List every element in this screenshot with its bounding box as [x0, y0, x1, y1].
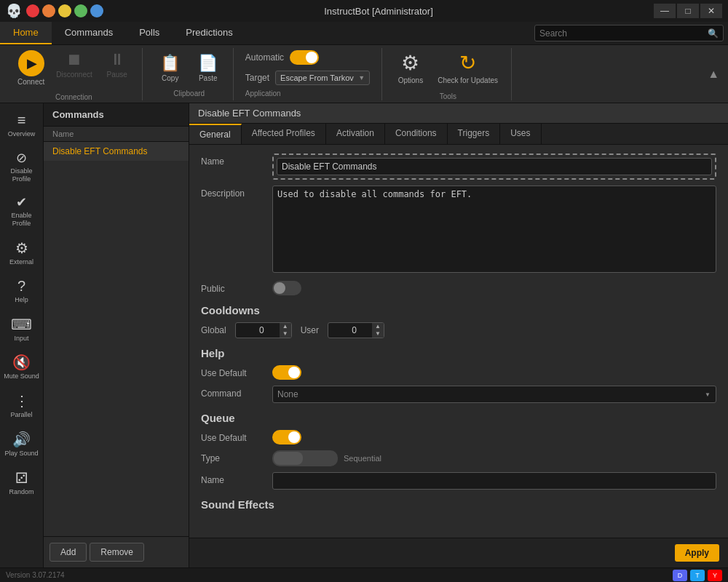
- minimize-button[interactable]: —: [654, 4, 676, 18]
- queue-name-label: Name: [201, 472, 266, 485]
- check-updates-button[interactable]: ↻ Check for Updates: [432, 48, 504, 88]
- copy-button[interactable]: 📋 Copy: [153, 51, 188, 85]
- connection-section-label: Connection: [55, 93, 92, 101]
- description-field[interactable]: Used to disable all commands for EFT.: [272, 186, 716, 273]
- user-spin-up[interactable]: ▲: [372, 323, 384, 330]
- toolbar-collapse-button[interactable]: ▲: [705, 65, 722, 84]
- sidebar-item-mute-sound[interactable]: 🔇 Mute Sound: [0, 348, 43, 386]
- tab-triggers[interactable]: Triggers: [448, 124, 501, 144]
- target-dropdown[interactable]: Escape From Tarkov ▼: [275, 71, 370, 85]
- menu-tab-commands[interactable]: Commands: [52, 22, 126, 44]
- global-spin-up[interactable]: ▲: [280, 323, 291, 330]
- clipboard-section-label: Clipboard: [173, 89, 205, 97]
- sidebar-item-enable-profile[interactable]: ✔ Enable Profile: [0, 188, 43, 234]
- automatic-toggle[interactable]: [290, 50, 319, 65]
- queue-type-control: Sequential: [272, 450, 381, 466]
- gear-icon: ⚙: [401, 51, 419, 75]
- add-button[interactable]: Add: [50, 543, 87, 562]
- tab-conditions[interactable]: Conditions: [385, 124, 448, 144]
- command-label: Command: [201, 386, 266, 399]
- apply-button[interactable]: Apply: [675, 544, 719, 562]
- maximize-button[interactable]: □: [677, 4, 699, 18]
- enable-profile-icon: ✔: [16, 194, 27, 210]
- twitter-icon[interactable]: T: [690, 570, 705, 581]
- queue-type-value: Sequential: [344, 454, 381, 463]
- discord-icon[interactable]: D: [673, 570, 687, 581]
- connect-button[interactable]: ▶ Connect: [13, 47, 49, 89]
- sidebar-item-input[interactable]: ⌨ Input: [0, 310, 43, 348]
- toolbar-application-group: Automatic Target Escape From Tarkov ▼ Ap…: [237, 48, 382, 100]
- sidebar-item-external[interactable]: ⚙ External: [0, 234, 43, 272]
- user-cooldown-input[interactable]: [328, 323, 372, 338]
- user-label: User: [301, 325, 319, 335]
- paste-button[interactable]: 📄 Paste: [191, 51, 226, 85]
- use-default-toggle[interactable]: [272, 365, 301, 380]
- sidebar-item-disable-profile[interactable]: ⊘ Disable Profile: [0, 144, 43, 189]
- queue-use-default-toggle[interactable]: [272, 430, 301, 445]
- close-button[interactable]: ✕: [700, 4, 722, 18]
- queue-name-row: Name: [201, 472, 716, 490]
- queue-header: Queue: [201, 412, 716, 424]
- dropdown-arrow-icon: ▼: [358, 74, 365, 81]
- user-spin-down[interactable]: ▼: [372, 330, 384, 338]
- global-spin-down[interactable]: ▼: [280, 330, 291, 338]
- play-sound-icon: 🔊: [12, 431, 31, 448]
- app-icon-blue: [90, 4, 103, 17]
- clipboard-buttons: 📋 Copy 📄 Paste: [153, 51, 226, 85]
- title-bar-left: 💀: [6, 3, 103, 19]
- name-field[interactable]: [277, 158, 712, 175]
- search-box: 🔍: [534, 25, 724, 41]
- parallel-icon: ⋮: [15, 392, 29, 410]
- queue-name-value: [272, 472, 716, 490]
- youtube-icon[interactable]: Y: [708, 570, 722, 581]
- search-input[interactable]: [539, 28, 708, 39]
- sidebar-item-random[interactable]: ⚂ Random: [0, 463, 43, 502]
- disconnect-button[interactable]: ⏹ Disconnect: [52, 47, 96, 89]
- sidebar-item-help[interactable]: ? Help: [0, 272, 43, 310]
- content-tabs: General Affected Profiles Activation Con…: [189, 124, 728, 145]
- menu-spacer: [246, 22, 530, 44]
- app-icon-orange: [42, 4, 55, 17]
- command-item-disable-eft[interactable]: Disable EFT Commands: [44, 142, 189, 161]
- pause-button[interactable]: ⏸ Pause: [100, 47, 135, 89]
- overview-icon: ≡: [17, 112, 26, 129]
- automatic-row: Automatic: [245, 50, 319, 65]
- options-button[interactable]: ⚙ Options: [392, 48, 429, 88]
- tab-affected-profiles[interactable]: Affected Profiles: [242, 124, 326, 144]
- toolbar-clipboard-group: 📋 Copy 📄 Paste Clipboard: [146, 48, 234, 100]
- name-field-dashed-border: [272, 154, 716, 180]
- help-icon: ?: [17, 278, 25, 295]
- sidebar-item-parallel[interactable]: ⋮ Parallel: [0, 386, 43, 425]
- check-updates-label: Check for Updates: [438, 76, 498, 85]
- app-icons: [26, 4, 103, 17]
- global-label: Global: [201, 325, 226, 335]
- paste-icon: 📄: [198, 54, 218, 73]
- public-toggle[interactable]: [272, 281, 301, 295]
- tab-uses[interactable]: Uses: [500, 124, 541, 144]
- bottom-actions: Apply: [189, 538, 728, 567]
- global-cooldown-input[interactable]: [236, 323, 280, 338]
- commands-column-header: Name: [44, 127, 189, 142]
- command-row: Command None: [201, 386, 716, 403]
- toolbar-tools-group: ⚙ Options ↻ Check for Updates Tools: [385, 48, 512, 100]
- tab-general[interactable]: General: [189, 124, 242, 144]
- user-spin-buttons: ▲ ▼: [372, 323, 384, 338]
- queue-name-input[interactable]: [272, 472, 716, 490]
- remove-button[interactable]: Remove: [90, 543, 144, 562]
- input-icon: ⌨: [11, 316, 32, 333]
- mute-sound-icon: 🔇: [12, 354, 31, 371]
- tools-buttons: ⚙ Options ↻ Check for Updates: [392, 48, 504, 88]
- sidebar-item-play-sound[interactable]: 🔊 Play Sound: [0, 425, 43, 463]
- sidebar-item-overview[interactable]: ≡ Overview: [0, 106, 43, 144]
- queue-type-label: Type: [201, 450, 266, 463]
- commands-bottom-actions: Add Remove: [44, 536, 189, 567]
- tab-activation[interactable]: Activation: [326, 124, 385, 144]
- description-row: Description Used to disable all commands…: [201, 186, 716, 275]
- menu-tab-polls[interactable]: Polls: [126, 22, 173, 44]
- use-default-row: Use Default: [201, 365, 716, 380]
- queue-type-toggle[interactable]: [272, 450, 338, 466]
- public-label: Public: [201, 281, 266, 294]
- menu-tab-predictions[interactable]: Predictions: [173, 22, 245, 44]
- command-select[interactable]: None: [272, 386, 716, 403]
- menu-tab-home[interactable]: Home: [0, 22, 52, 44]
